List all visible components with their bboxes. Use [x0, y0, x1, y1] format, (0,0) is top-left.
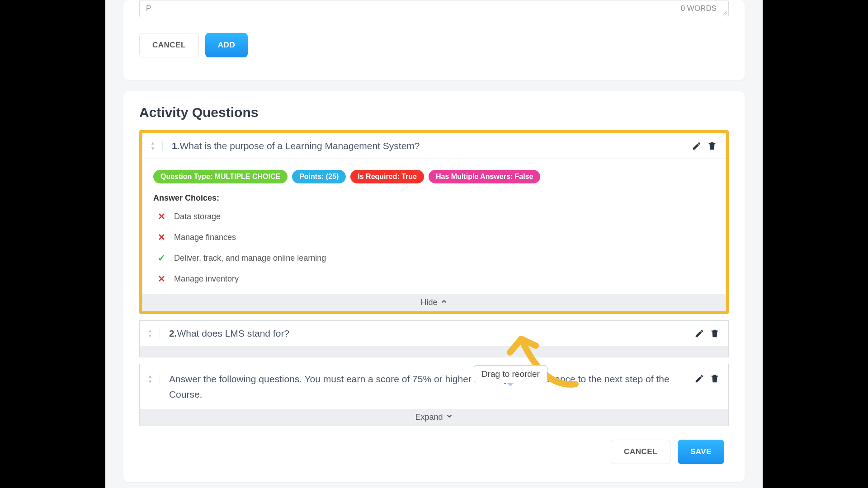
chevron-down-icon — [446, 413, 453, 422]
resize-handle-icon[interactable] — [721, 9, 727, 16]
badge-points: Points: (25) — [292, 170, 346, 183]
word-count: 0 WORDS — [681, 4, 717, 13]
chevron-up-icon — [440, 298, 448, 307]
question-1-body: Question Type: MULTIPLE CHOICE Points: (… — [142, 159, 726, 284]
instruction-header: ▲▼ Answer the following questions. You m… — [140, 364, 728, 409]
footer-save-button[interactable]: SAVE — [678, 440, 724, 464]
answer-choice: ✕ Manage inventory — [157, 273, 715, 284]
questions-card: Activity Questions ▲▼ 1.What is the purp… — [123, 91, 745, 482]
edit-icon[interactable] — [694, 328, 705, 339]
svg-line-1 — [725, 13, 727, 15]
editor-content: P — [146, 4, 151, 13]
answer-choice: ✕ Data storage — [157, 211, 715, 222]
svg-line-0 — [722, 11, 727, 15]
expand-toggle[interactable]: Expand — [140, 409, 728, 426]
rich-text-editor[interactable]: P 0 WORDS — [139, 0, 729, 17]
drag-handle-icon[interactable]: ▲▼ — [148, 328, 160, 338]
answer-text: Manage finances — [174, 233, 236, 242]
footer-cancel-button[interactable]: CANCEL — [611, 440, 670, 464]
add-button[interactable]: ADD — [205, 33, 248, 57]
question-2-toggle-area[interactable] — [140, 346, 728, 357]
badge-multi-answers: Has Multiple Answers: False — [429, 170, 540, 183]
question-2-text: What does LMS stand for? — [177, 328, 289, 338]
drag-handle-icon[interactable]: ▲▼ — [151, 141, 163, 151]
cancel-button[interactable]: CANCEL — [139, 33, 199, 57]
editor-card: P 0 WORDS CANCEL ADD — [123, 0, 745, 80]
drag-handle-icon[interactable]: ▲▼ — [148, 374, 160, 384]
instruction-card: ▲▼ Answer the following questions. You m… — [139, 364, 729, 426]
section-title: Activity Questions — [139, 105, 729, 120]
question-1-number: 1. — [172, 141, 180, 151]
delete-icon[interactable] — [707, 141, 717, 151]
question-1-text: What is the purpose of a Learning Manage… — [179, 141, 420, 151]
question-1-highlight: ▲▼ 1.What is the purpose of a Learning M… — [139, 130, 729, 314]
answer-list: ✕ Data storage ✕ Manage finances ✓ Deliv… — [157, 211, 715, 284]
editor-button-row: CANCEL ADD — [139, 33, 729, 57]
wrong-icon: ✕ — [157, 273, 166, 284]
app-viewport: P 0 WORDS CANCEL ADD Activity Questions … — [105, 0, 763, 488]
answer-choice: ✓ Deliver, track, and manage online lear… — [157, 253, 715, 263]
question-2-card: ▲▼ 2.What does LMS stand for? — [139, 320, 729, 357]
answer-text: Data storage — [174, 212, 221, 221]
hide-toggle[interactable]: Hide — [142, 294, 726, 311]
question-1-card: ▲▼ 1.What is the purpose of a Learning M… — [142, 133, 726, 311]
toggle-label: Expand — [415, 413, 443, 422]
edit-icon[interactable] — [691, 141, 702, 151]
question-1-badges: Question Type: MULTIPLE CHOICE Points: (… — [153, 170, 715, 183]
drag-tooltip: Drag to reorder — [474, 365, 547, 383]
wrong-icon: ✕ — [157, 211, 166, 222]
answers-heading: Answer Choices: — [153, 193, 715, 203]
question-1-actions — [691, 141, 717, 151]
question-2-actions — [694, 328, 720, 339]
edit-icon[interactable] — [694, 373, 705, 384]
instruction-actions — [694, 373, 720, 384]
footer-buttons: CANCEL SAVE — [139, 440, 729, 464]
toggle-label: Hide — [420, 298, 437, 307]
correct-icon: ✓ — [157, 253, 166, 263]
question-1-title: 1.What is the purpose of a Learning Mana… — [172, 141, 691, 151]
question-2-number: 2. — [169, 328, 177, 338]
badge-question-type: Question Type: MULTIPLE CHOICE — [153, 170, 288, 183]
question-2-title: 2.What does LMS stand for? — [169, 328, 694, 339]
question-2-header: ▲▼ 2.What does LMS stand for? — [140, 321, 728, 346]
answer-text: Manage inventory — [174, 274, 239, 284]
question-1-header: ▲▼ 1.What is the purpose of a Learning M… — [142, 133, 726, 159]
answer-text: Deliver, track, and manage online learni… — [174, 253, 326, 263]
instruction-text: Answer the following questions. You must… — [169, 371, 694, 402]
wrong-icon: ✕ — [157, 232, 166, 243]
delete-icon[interactable] — [709, 328, 720, 339]
delete-icon[interactable] — [709, 373, 720, 384]
answer-choice: ✕ Manage finances — [157, 232, 715, 243]
badge-required: Is Required: True — [350, 170, 424, 183]
